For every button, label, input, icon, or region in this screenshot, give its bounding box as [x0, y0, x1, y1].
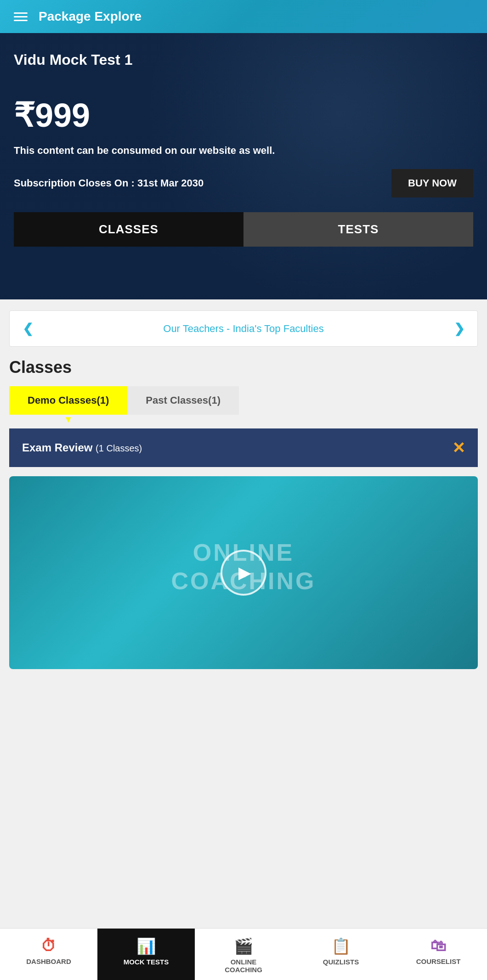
hero-title: Vidu Mock Test 1 — [14, 51, 473, 68]
mock-tests-icon: 📊 — [136, 937, 156, 955]
quizlists-label: QUIZLISTS — [323, 958, 359, 966]
nav-title: Package Explore — [39, 9, 142, 24]
exam-bar: Exam Review (1 Classes) ✕ — [9, 428, 478, 467]
buy-now-button[interactable]: BUY NOW — [391, 169, 473, 197]
coaching-label: ONLINECOACHING — [225, 958, 262, 974]
mock-tests-label: MOCK TESTS — [124, 958, 169, 966]
hero-section: Vidu Mock Test 1 ₹999 This content can b… — [0, 33, 487, 299]
teacher-prev-button[interactable]: ❮ — [23, 321, 33, 336]
hamburger-menu[interactable] — [14, 12, 28, 21]
exam-bar-close-button[interactable]: ✕ — [452, 439, 465, 457]
bottom-nav-courselist[interactable]: 🛍 COURSELIST — [390, 929, 487, 980]
tab-tests[interactable]: TESTS — [244, 212, 473, 247]
exam-bar-title: Exam Review (1 Classes) — [22, 441, 142, 454]
hero-subtitle: This content can be consumed on our webs… — [14, 144, 473, 158]
teacher-next-button[interactable]: ❯ — [454, 321, 464, 336]
main-tabs: CLASSES TESTS — [14, 212, 473, 247]
sub-tab-past[interactable]: Past Classes(1) — [127, 386, 239, 415]
video-thumbnail: ONLINE COACHING — [9, 476, 478, 669]
sub-tabs: Demo Classes(1) Past Classes(1) — [9, 386, 478, 415]
dashboard-label: DASHBOARD — [26, 957, 71, 965]
play-button[interactable] — [221, 550, 266, 596]
teacher-text-highlight: India's Top Faculties — [232, 323, 323, 334]
courselist-label: COURSELIST — [416, 957, 461, 965]
tab-classes[interactable]: CLASSES — [14, 212, 244, 247]
bottom-nav: ⏱ DASHBOARD 📊 MOCK TESTS 🎬 ONLINECOACHIN… — [0, 928, 487, 980]
quizlists-icon: 📋 — [331, 937, 351, 955]
bottom-nav-mock-tests[interactable]: 📊 MOCK TESTS — [97, 929, 195, 980]
subscription-info: Subscription Closes On : 31st Mar 2030 — [14, 177, 204, 189]
teacher-banner: ❮ Our Teachers - India's Top Faculties ❯ — [9, 310, 478, 347]
teacher-text-plain: Our Teachers - — [163, 323, 232, 334]
classes-section: Classes Demo Classes(1) Past Classes(1) … — [0, 358, 487, 669]
hero-price: ₹999 — [14, 96, 473, 135]
classes-heading: Classes — [9, 358, 478, 377]
bottom-nav-online-coaching[interactable]: 🎬 ONLINECOACHING — [195, 929, 292, 980]
sub-tab-demo[interactable]: Demo Classes(1) — [9, 386, 127, 415]
courselist-icon: 🛍 — [430, 937, 446, 955]
video-card: ONLINE COACHING — [9, 476, 478, 669]
teacher-banner-text: Our Teachers - India's Top Faculties — [163, 323, 323, 335]
coaching-icon: 🎬 — [234, 937, 253, 955]
bottom-nav-quizlists[interactable]: 📋 QUIZLISTS — [292, 929, 390, 980]
bottom-nav-dashboard[interactable]: ⏱ DASHBOARD — [0, 929, 97, 980]
dashboard-icon: ⏱ — [41, 937, 57, 955]
top-nav: Package Explore — [0, 0, 487, 33]
